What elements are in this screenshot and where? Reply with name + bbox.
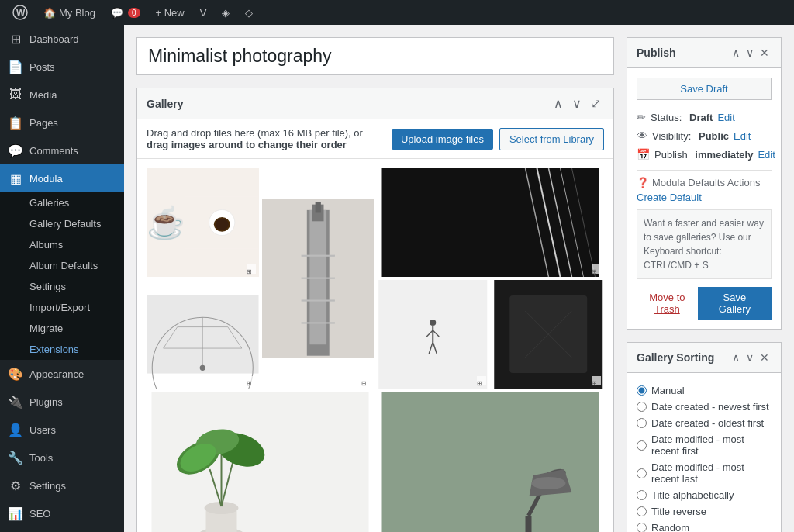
gallery-item[interactable] xyxy=(377,168,604,277)
admin-bar-extra1[interactable]: V xyxy=(194,0,213,25)
gallery-sorting-panel: Gallery Sorting ∧ ∨ ✕ Manual Date create… xyxy=(627,342,782,532)
sort-manual-radio[interactable] xyxy=(637,385,647,396)
gallery-section-title: Gallery xyxy=(147,98,551,110)
sidebar-item-media[interactable]: 🖼 Media xyxy=(0,81,124,109)
admin-bar-extra3[interactable]: ◇ xyxy=(239,0,259,25)
gallery-item-resize-handle[interactable] xyxy=(361,376,371,385)
save-draft-button[interactable]: Save Draft xyxy=(637,78,772,100)
sort-option-date-newest[interactable]: Date created - newest first xyxy=(637,399,772,415)
sorting-panel-down-btn[interactable]: ∨ xyxy=(744,351,756,364)
sorting-panel-close-btn[interactable]: ✕ xyxy=(758,351,772,364)
sort-option-title-reverse[interactable]: Title reverse xyxy=(637,503,772,520)
submenu-albums[interactable]: Albums xyxy=(0,234,124,255)
gallery-item-resize-handle[interactable] xyxy=(247,264,256,274)
submenu-gallery-defaults[interactable]: Gallery Defaults xyxy=(0,213,124,234)
sidebar-item-comments[interactable]: 💬 Comments xyxy=(0,136,124,164)
gallery-detach-btn[interactable]: ⤢ xyxy=(588,95,604,112)
sidebar-item-label: Posts xyxy=(29,61,55,73)
status-edit-link[interactable]: Edit xyxy=(717,112,734,123)
sort-title-alpha-radio[interactable] xyxy=(637,490,647,500)
sort-option-title-alpha[interactable]: Title alphabetically xyxy=(637,487,772,503)
submenu-settings[interactable]: Settings xyxy=(0,276,124,297)
sidebar-item-seo[interactable]: 📊 SEO xyxy=(0,499,124,527)
gallery-upload-bar: Drag and drop files here (max 16 MB per … xyxy=(137,119,613,159)
sort-title-alpha-label: Title alphabetically xyxy=(651,489,734,501)
publish-date-edit-link[interactable]: Edit xyxy=(758,149,775,161)
publish-panel-close-btn[interactable]: ✕ xyxy=(758,46,772,60)
sort-date-newest-radio[interactable] xyxy=(637,402,647,412)
sidebar-item-users[interactable]: 👤 Users xyxy=(0,416,124,444)
appearance-icon: 🎨 xyxy=(8,366,23,382)
sidebar-item-tools[interactable]: 🔧 Tools xyxy=(0,444,124,472)
admin-bar: W 🏠 My Blog 💬 0 + New V ◈ ◇ xyxy=(0,0,794,25)
sort-modified-recent-radio[interactable] xyxy=(637,440,647,451)
sort-date-oldest-radio[interactable] xyxy=(637,418,647,428)
submenu-album-defaults[interactable]: Album Defaults xyxy=(0,255,124,276)
sidebar-item-litespeed[interactable]: ⚡ LiteSpeed Cache xyxy=(0,527,124,532)
sidebar-item-dashboard[interactable]: ⊞ Dashboard xyxy=(0,25,124,53)
admin-bar-site-name[interactable]: 🏠 My Blog xyxy=(37,0,102,25)
gallery-item[interactable] xyxy=(147,392,374,532)
sort-option-date-oldest[interactable]: Date created - oldest first xyxy=(637,415,772,431)
sidebar-item-label: Pages xyxy=(29,117,58,129)
sidebar-item-settings[interactable]: ⚙ Settings xyxy=(0,472,124,499)
sort-random-label: Random xyxy=(651,522,689,532)
dashboard-icon: ⊞ xyxy=(8,31,23,47)
sort-title-reverse-radio[interactable] xyxy=(637,506,647,516)
save-gallery-button[interactable]: Save Gallery xyxy=(698,287,772,320)
publish-panel-down-btn[interactable]: ∨ xyxy=(744,46,756,60)
publish-panel-body: Save Draft ✏ Status: Draft Edit 👁 Visibi… xyxy=(627,68,781,329)
gallery-item-resize-handle[interactable] xyxy=(477,376,486,385)
gallery-item-resize-handle[interactable] xyxy=(592,264,601,274)
gallery-collapse-btn[interactable]: ∧ xyxy=(551,95,566,112)
publish-visibility-row: 👁 Visibility: Public Edit xyxy=(637,126,772,145)
sidebar-item-label: Appearance xyxy=(29,368,84,380)
create-default-link[interactable]: Create Default xyxy=(637,192,772,203)
submenu-extensions[interactable]: Extensions xyxy=(0,339,124,360)
sidebar-item-appearance[interactable]: 🎨 Appearance xyxy=(0,360,124,388)
sort-option-modified-last[interactable]: Date modified - most recent last xyxy=(637,459,772,487)
sorting-panel-up-btn[interactable]: ∧ xyxy=(730,351,742,364)
plugins-icon: 🔌 xyxy=(8,394,23,409)
eye-icon: 👁 xyxy=(637,130,647,142)
sidebar-item-pages[interactable]: 📋 Pages xyxy=(0,109,124,136)
sidebar-item-plugins[interactable]: 🔌 Plugins xyxy=(0,388,124,416)
sort-random-radio[interactable] xyxy=(637,523,647,532)
admin-bar-extra2[interactable]: ◈ xyxy=(216,0,236,25)
sidebar-item-modula[interactable]: ▦ Modula xyxy=(0,164,124,192)
sidebar-item-label: Media xyxy=(29,89,57,101)
gallery-item-resize-handle[interactable] xyxy=(247,376,256,385)
submenu-migrate[interactable]: Migrate xyxy=(0,318,124,339)
gallery-item[interactable] xyxy=(262,168,375,389)
move-to-trash-button[interactable]: Move to Trash xyxy=(637,292,698,315)
gallery-title-input[interactable] xyxy=(136,37,614,75)
gallery-item[interactable] xyxy=(147,168,259,277)
publish-panel-up-btn[interactable]: ∧ xyxy=(730,46,742,60)
gallery-header: Gallery ∧ ∨ ⤢ xyxy=(137,88,613,119)
modula-defaults-label: ❓ Modula Defaults Actions xyxy=(637,177,772,188)
admin-bar-wp-logo[interactable]: W xyxy=(6,0,34,25)
sort-option-manual[interactable]: Manual xyxy=(637,382,772,399)
gallery-item[interactable] xyxy=(147,280,259,389)
gallery-item[interactable] xyxy=(492,280,605,389)
visibility-label: Visibility: xyxy=(652,130,691,142)
select-from-library-button[interactable]: Select from Library xyxy=(499,128,604,150)
admin-bar-new[interactable]: + New xyxy=(150,0,191,25)
gallery-header-controls: ∧ ∨ ⤢ xyxy=(551,95,604,112)
tools-icon: 🔧 xyxy=(8,450,23,465)
visibility-edit-link[interactable]: Edit xyxy=(734,130,751,142)
gallery-expand-btn[interactable]: ∨ xyxy=(569,95,585,112)
sidebar-item-label: Users xyxy=(29,424,56,436)
sort-modified-last-radio[interactable] xyxy=(637,468,647,478)
sort-option-modified-recent[interactable]: Date modified - most recent first xyxy=(637,431,772,459)
submenu-galleries[interactable]: Galleries xyxy=(0,192,124,213)
sidebar-item-posts[interactable]: 📄 Posts xyxy=(0,53,124,81)
gallery-item[interactable] xyxy=(377,280,489,389)
submenu-import-export[interactable]: Import/Export xyxy=(0,297,124,318)
gallery-item-resize-handle[interactable] xyxy=(592,376,601,385)
gallery-item[interactable] xyxy=(377,392,604,532)
editor-panel: Gallery ∧ ∨ ⤢ Drag and drop files here (… xyxy=(136,37,614,520)
admin-bar-comments[interactable]: 💬 0 xyxy=(105,0,147,25)
sort-option-random[interactable]: Random xyxy=(637,520,772,532)
upload-image-button[interactable]: Upload image files xyxy=(392,129,493,150)
